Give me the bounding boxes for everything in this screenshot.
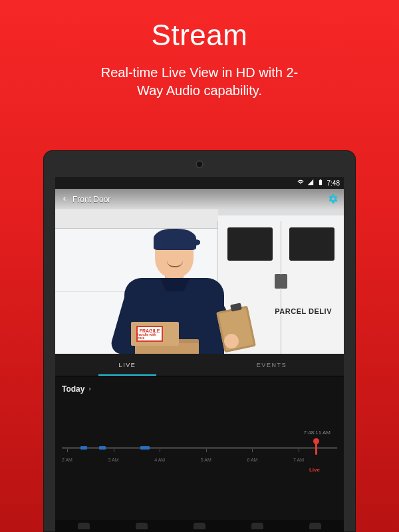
status-time: 7:48 <box>327 180 340 187</box>
status-bar: 7:48 <box>55 177 344 189</box>
tick-label: 3 AM <box>108 458 119 462</box>
live-cursor[interactable] <box>315 440 317 455</box>
fragile-label-sub: handle with care <box>138 333 162 340</box>
settings-button[interactable] <box>328 194 338 206</box>
tick-label: 2 AM <box>62 458 72 462</box>
event-segment[interactable] <box>140 446 150 450</box>
nav-item[interactable] <box>78 523 90 529</box>
tab-live[interactable]: LIVE <box>55 354 200 376</box>
tab-events[interactable]: EVENTS <box>200 354 344 376</box>
tick-label: 6 AM <box>247 458 257 462</box>
live-label: Live <box>309 467 320 473</box>
van-lettering: PARCEL DELIV <box>275 307 332 315</box>
tick-label: 7 AM <box>293 458 304 462</box>
fragile-sticker: FRAGILE handle with care <box>136 326 163 342</box>
wifi-icon <box>297 179 304 187</box>
signal-icon <box>307 179 314 187</box>
timeline-section: Today 7:48:11 AM Live 2 AM 3 AM 4 AM 5 A… <box>55 376 344 532</box>
camera-title: Front Door <box>72 195 324 204</box>
video-topbar: Front Door <box>55 189 344 210</box>
marketing-title: Stream <box>0 19 399 52</box>
video-scene: PARCEL DELIV <box>55 189 344 354</box>
nav-item[interactable] <box>136 523 148 529</box>
day-label: Today <box>62 384 84 394</box>
bottom-nav <box>55 520 344 532</box>
delivery-person: FRAGILE handle with care <box>102 222 241 354</box>
marketing-subtitle: Real-time Live View in HD with 2- Way Au… <box>0 64 399 100</box>
subtitle-line-1: Real-time Live View in HD with 2- <box>101 65 298 80</box>
gear-icon <box>328 194 338 204</box>
timeline-scrubber[interactable]: 7:48:11 AM Live 2 AM 3 AM 4 AM 5 AM 6 AM… <box>62 439 337 485</box>
timeline-timestamp: 7:48:11 AM <box>304 430 331 436</box>
view-tabs: LIVE EVENTS <box>55 354 344 376</box>
app-screen: 7:48 PARCEL DELIV <box>55 177 344 532</box>
live-video-view[interactable]: PARCEL DELIV <box>55 189 344 354</box>
subtitle-line-2: Way Audio capability. <box>137 83 262 98</box>
tick-label: 4 AM <box>154 458 165 462</box>
back-icon[interactable] <box>61 195 68 205</box>
marketing-header: Stream Real-time Live View in HD with 2-… <box>0 0 399 100</box>
event-segment[interactable] <box>99 446 106 450</box>
chevron-right-icon <box>87 384 92 394</box>
nav-item[interactable] <box>251 523 263 529</box>
tablet-frame: 7:48 PARCEL DELIV <box>43 150 356 532</box>
battery-icon <box>317 179 324 187</box>
nav-item[interactable] <box>194 523 205 529</box>
nav-item[interactable] <box>309 523 321 529</box>
timeline-ticks: 2 AM 3 AM 4 AM 5 AM 6 AM 7 AM <box>62 458 337 462</box>
day-selector[interactable]: Today <box>62 384 337 394</box>
tick-label: 5 AM <box>201 458 211 462</box>
event-segment[interactable] <box>80 446 87 450</box>
tablet-camera-dot <box>197 162 202 167</box>
